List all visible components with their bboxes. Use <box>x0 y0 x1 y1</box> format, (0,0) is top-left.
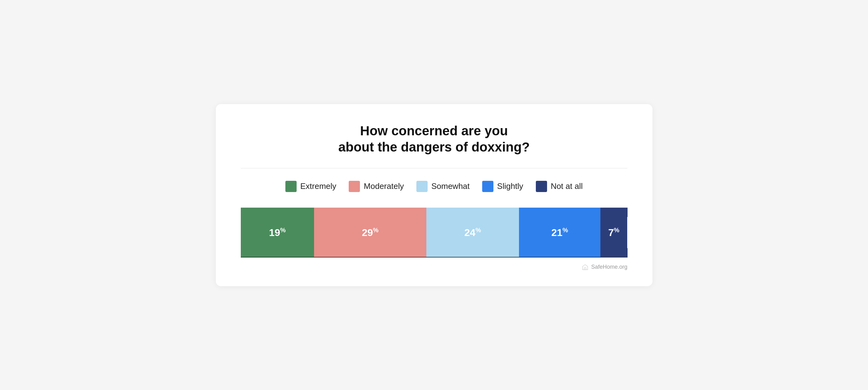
title-divider <box>241 168 627 168</box>
bar-segment-moderately: 29% <box>314 207 426 258</box>
bar-label-not-at-all: 7% <box>608 227 619 238</box>
legend-label-not-at-all: Not at all <box>551 182 583 191</box>
legend-swatch-extremely <box>285 181 297 192</box>
bar-label-somewhat: 24% <box>464 227 481 238</box>
legend-swatch-somewhat <box>416 181 428 192</box>
legend-label-moderately: Moderately <box>364 182 404 191</box>
legend-swatch-moderately <box>349 181 360 192</box>
legend-item-extremely: Extremely <box>285 181 337 192</box>
bar-label-extremely: 19% <box>269 227 286 238</box>
bar-segment-slightly: 21% <box>519 207 600 258</box>
legend-label-extremely: Extremely <box>300 182 337 191</box>
bar-label-slightly: 21% <box>551 227 568 238</box>
legend: ExtremelyModeratelySomewhatSlightlyNot a… <box>241 181 627 192</box>
legend-item-somewhat: Somewhat <box>416 181 470 192</box>
bar-track: 19%29%24%21%7% <box>241 207 627 258</box>
legend-label-somewhat: Somewhat <box>431 182 470 191</box>
svg-rect-0 <box>585 267 586 269</box>
bar-segment-somewhat: 24% <box>426 207 519 258</box>
brand-name: SafeHome.org <box>591 264 627 270</box>
stacked-bar-container: 19%29%24%21%7% <box>241 207 627 258</box>
legend-item-moderately: Moderately <box>349 181 404 192</box>
legend-label-slightly: Slightly <box>497 182 523 191</box>
brand-footer: SafeHome.org <box>241 264 627 270</box>
axis-line-bottom <box>241 257 627 258</box>
legend-swatch-not-at-all <box>536 181 547 192</box>
bar-segment-extremely: 19% <box>241 207 314 258</box>
legend-swatch-slightly <box>482 181 493 192</box>
legend-item-not-at-all: Not at all <box>536 181 583 192</box>
chart-card: How concerned are you about the dangers … <box>216 104 652 286</box>
bar-label-moderately: 29% <box>362 227 378 238</box>
chart-title: How concerned are you about the dangers … <box>241 123 627 156</box>
legend-item-slightly: Slightly <box>482 181 523 192</box>
safehome-icon <box>582 264 589 270</box>
bar-segment-not-at-all: 7% <box>600 207 627 258</box>
